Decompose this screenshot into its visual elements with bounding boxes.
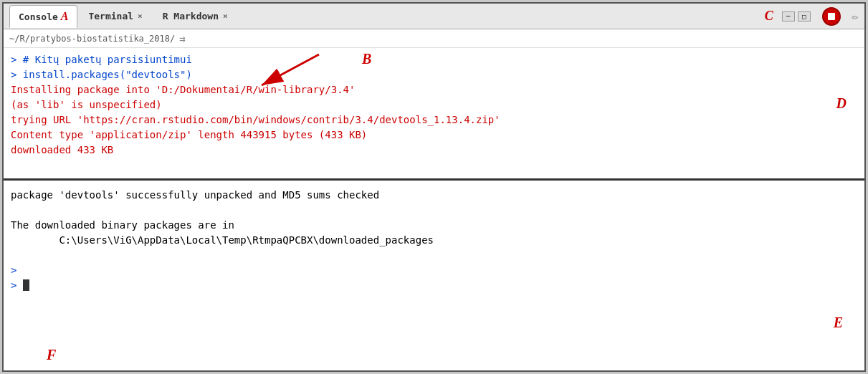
lower-line-3: C:\Users\ViG\AppData\Local\Temp\RtmpaQPC… xyxy=(11,233,857,248)
console-line-7: downloaded 433 KB xyxy=(11,143,857,158)
minimize-button[interactable]: ─ xyxy=(782,11,795,21)
tab-bar: Console A Terminal × R Markdown × C ─ □ … xyxy=(4,4,864,29)
minimize-icon: ─ xyxy=(786,13,790,20)
path-bar: ~/R/pratybos-biostatistika_2018/ ⇉ xyxy=(4,29,864,48)
maximize-button[interactable]: □ xyxy=(798,11,811,21)
console-upper-content: B D > # Kitų paketų parsisiuntimui > ins… xyxy=(11,52,857,158)
cursor xyxy=(23,279,29,291)
lower-line-2: The downloaded binary packages are in xyxy=(11,218,857,233)
tab-rmarkdown-close[interactable]: × xyxy=(223,11,228,21)
lower-prompt-1: > xyxy=(11,263,857,278)
annotation-c-label: C xyxy=(765,9,773,24)
lower-prompt-2: > xyxy=(11,278,857,293)
console-line-6: Content type 'application/zip' length 44… xyxy=(11,128,857,143)
annotation-d-label: D xyxy=(836,95,846,112)
tab-console-label: Console xyxy=(19,11,58,22)
stop-icon xyxy=(828,13,835,20)
annotation-b-label: B xyxy=(362,51,371,67)
annotation-f-label: F xyxy=(47,347,56,363)
tab-console[interactable]: Console A xyxy=(9,5,77,28)
lower-line-1: package 'devtools' successfully unpacked… xyxy=(11,188,857,203)
console-line-2: > install.packages("devtools") xyxy=(11,67,857,82)
annotation-a-label: A xyxy=(61,10,69,23)
path-text: ~/R/pratybos-biostatistika_2018/ xyxy=(9,34,175,44)
lower-line-blank1 xyxy=(11,203,857,218)
tab-terminal-close[interactable]: × xyxy=(138,11,143,21)
annotation-e-label: E xyxy=(834,315,843,331)
console-lower: E F package 'devtools' successfully unpa… xyxy=(4,181,864,370)
tab-rmarkdown-label: R Markdown xyxy=(163,11,219,21)
window-controls: C ─ □ ✏ xyxy=(765,7,859,26)
tab-terminal[interactable]: Terminal × xyxy=(79,6,151,27)
lower-line-blank2 xyxy=(11,248,857,263)
tab-terminal-label: Terminal xyxy=(88,11,133,21)
tab-rmarkdown[interactable]: R Markdown × xyxy=(153,6,237,27)
main-window: Console A Terminal × R Markdown × C ─ □ … xyxy=(2,2,866,372)
stop-button[interactable] xyxy=(822,7,841,26)
console-line-1: > # Kitų paketų parsisiuntimui xyxy=(11,52,857,67)
console-line-5: trying URL 'https://cran.rstudio.com/bin… xyxy=(11,112,857,128)
console-line-3: Installing package into 'D:/Dokumentai/R… xyxy=(11,82,857,97)
edit-icon[interactable]: ✏ xyxy=(852,9,859,23)
maximize-icon: □ xyxy=(802,13,806,20)
console-upper: B D > # Kitų paketų parsisiuntimui > ins… xyxy=(4,48,864,181)
console-line-4: (as 'lib' is unspecified) xyxy=(11,97,857,112)
path-navigate-icon[interactable]: ⇉ xyxy=(179,33,185,44)
